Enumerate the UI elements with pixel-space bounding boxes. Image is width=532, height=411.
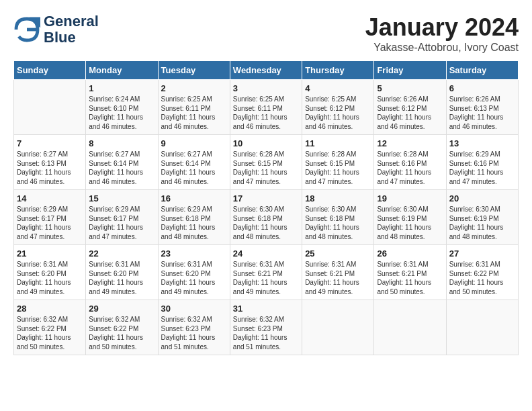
calendar-cell: 13Sunrise: 6:29 AMSunset: 6:16 PMDayligh… [446,135,518,190]
cell-info: Sunrise: 6:25 AMSunset: 6:11 PMDaylight:… [233,95,299,131]
calendar-cell [374,300,446,355]
day-number: 10 [233,138,299,148]
day-number: 9 [161,138,227,148]
cell-info: Sunrise: 6:31 AMSunset: 6:20 PMDaylight:… [161,260,227,296]
calendar-cell: 11Sunrise: 6:28 AMSunset: 6:15 PMDayligh… [302,135,374,190]
cell-info: Sunrise: 6:31 AMSunset: 6:20 PMDaylight:… [17,260,83,296]
cell-info: Sunrise: 6:26 AMSunset: 6:13 PMDaylight:… [449,95,515,131]
day-number: 15 [89,193,154,203]
page-header: General Blue January 2024 Yakasse-Attobr… [13,13,519,54]
day-number: 17 [233,193,299,203]
cell-info: Sunrise: 6:31 AMSunset: 6:21 PMDaylight:… [305,260,371,296]
week-row-1: 1Sunrise: 6:24 AMSunset: 6:10 PMDaylight… [14,80,519,135]
calendar-cell: 9Sunrise: 6:27 AMSunset: 6:14 PMDaylight… [158,135,230,190]
calendar-cell [446,300,518,355]
cell-info: Sunrise: 6:31 AMSunset: 6:21 PMDaylight:… [233,260,299,296]
day-number: 12 [377,138,443,148]
cell-info: Sunrise: 6:30 AMSunset: 6:19 PMDaylight:… [449,205,515,241]
day-number: 13 [449,138,515,148]
week-row-4: 21Sunrise: 6:31 AMSunset: 6:20 PMDayligh… [14,245,519,300]
calendar-cell: 6Sunrise: 6:26 AMSunset: 6:13 PMDaylight… [446,80,518,135]
calendar-cell [302,300,374,355]
cell-info: Sunrise: 6:25 AMSunset: 6:12 PMDaylight:… [305,95,371,131]
calendar-cell: 31Sunrise: 6:32 AMSunset: 6:23 PMDayligh… [230,300,302,355]
day-number: 11 [305,138,371,148]
week-row-3: 14Sunrise: 6:29 AMSunset: 6:17 PMDayligh… [14,190,519,245]
calendar-cell: 7Sunrise: 6:27 AMSunset: 6:13 PMDaylight… [14,135,86,190]
cell-info: Sunrise: 6:24 AMSunset: 6:10 PMDaylight:… [89,95,154,131]
cell-info: Sunrise: 6:27 AMSunset: 6:14 PMDaylight:… [161,150,227,186]
day-number: 4 [305,83,371,93]
calendar-cell: 29Sunrise: 6:32 AMSunset: 6:22 PMDayligh… [86,300,158,355]
day-number: 29 [89,304,154,314]
location-subtitle: Yakasse-Attobrou, Ivory Coast [365,42,519,54]
day-number: 1 [89,83,154,93]
calendar-cell: 20Sunrise: 6:30 AMSunset: 6:19 PMDayligh… [446,190,518,245]
cell-info: Sunrise: 6:25 AMSunset: 6:11 PMDaylight:… [161,95,227,131]
calendar-cell: 23Sunrise: 6:31 AMSunset: 6:20 PMDayligh… [158,245,230,300]
day-number: 22 [89,248,154,259]
calendar-cell: 22Sunrise: 6:31 AMSunset: 6:20 PMDayligh… [86,245,158,300]
cell-info: Sunrise: 6:29 AMSunset: 6:17 PMDaylight:… [17,205,83,241]
calendar-cell: 19Sunrise: 6:30 AMSunset: 6:19 PMDayligh… [374,190,446,245]
header-day-wednesday: Wednesday [230,61,302,80]
day-number: 20 [449,193,515,203]
calendar-cell: 27Sunrise: 6:31 AMSunset: 6:22 PMDayligh… [446,245,518,300]
cell-info: Sunrise: 6:31 AMSunset: 6:22 PMDaylight:… [449,260,515,296]
calendar-cell: 8Sunrise: 6:27 AMSunset: 6:14 PMDaylight… [86,135,158,190]
cell-info: Sunrise: 6:28 AMSunset: 6:15 PMDaylight:… [305,150,371,186]
header-day-sunday: Sunday [14,61,86,80]
day-number: 16 [161,193,227,203]
cell-info: Sunrise: 6:30 AMSunset: 6:18 PMDaylight:… [305,205,371,241]
day-number: 30 [161,304,227,314]
cell-info: Sunrise: 6:27 AMSunset: 6:13 PMDaylight:… [17,150,83,186]
day-number: 5 [377,83,443,93]
calendar-cell: 10Sunrise: 6:28 AMSunset: 6:15 PMDayligh… [230,135,302,190]
calendar-cell: 18Sunrise: 6:30 AMSunset: 6:18 PMDayligh… [302,190,374,245]
header-row: SundayMondayTuesdayWednesdayThursdayFrid… [14,61,519,80]
day-number: 21 [17,248,83,259]
day-number: 2 [161,83,227,93]
day-number: 28 [17,304,83,314]
calendar-cell: 2Sunrise: 6:25 AMSunset: 6:11 PMDaylight… [158,80,230,135]
cell-info: Sunrise: 6:31 AMSunset: 6:21 PMDaylight:… [377,260,443,296]
calendar-cell: 25Sunrise: 6:31 AMSunset: 6:21 PMDayligh… [302,245,374,300]
cell-info: Sunrise: 6:32 AMSunset: 6:22 PMDaylight:… [89,315,154,351]
day-number: 14 [17,193,83,203]
logo-text: General Blue [44,13,99,46]
week-row-5: 28Sunrise: 6:32 AMSunset: 6:22 PMDayligh… [14,300,519,355]
cell-info: Sunrise: 6:32 AMSunset: 6:23 PMDaylight:… [161,315,227,351]
calendar-cell: 28Sunrise: 6:32 AMSunset: 6:22 PMDayligh… [14,300,86,355]
calendar-cell: 16Sunrise: 6:29 AMSunset: 6:18 PMDayligh… [158,190,230,245]
cell-info: Sunrise: 6:32 AMSunset: 6:22 PMDaylight:… [17,315,83,351]
day-number: 24 [233,248,299,259]
calendar-cell: 5Sunrise: 6:26 AMSunset: 6:12 PMDaylight… [374,80,446,135]
calendar-cell: 1Sunrise: 6:24 AMSunset: 6:10 PMDaylight… [86,80,158,135]
calendar-cell: 21Sunrise: 6:31 AMSunset: 6:20 PMDayligh… [14,245,86,300]
calendar-cell: 15Sunrise: 6:29 AMSunset: 6:17 PMDayligh… [86,190,158,245]
calendar-cell: 4Sunrise: 6:25 AMSunset: 6:12 PMDaylight… [302,80,374,135]
day-number: 27 [449,248,515,259]
header-day-saturday: Saturday [446,61,518,80]
day-number: 7 [17,138,83,148]
cell-info: Sunrise: 6:28 AMSunset: 6:15 PMDaylight:… [233,150,299,186]
week-row-2: 7Sunrise: 6:27 AMSunset: 6:13 PMDaylight… [14,135,519,190]
day-number: 18 [305,193,371,203]
logo: General Blue [13,13,99,46]
title-block: January 2024 Yakasse-Attobrou, Ivory Coa… [365,13,519,54]
logo-icon [13,16,40,43]
day-number: 19 [377,193,443,203]
calendar-cell: 30Sunrise: 6:32 AMSunset: 6:23 PMDayligh… [158,300,230,355]
cell-info: Sunrise: 6:28 AMSunset: 6:16 PMDaylight:… [377,150,443,186]
header-day-thursday: Thursday [302,61,374,80]
header-day-friday: Friday [374,61,446,80]
cell-info: Sunrise: 6:29 AMSunset: 6:18 PMDaylight:… [161,205,227,241]
cell-info: Sunrise: 6:29 AMSunset: 6:17 PMDaylight:… [89,205,154,241]
cell-info: Sunrise: 6:29 AMSunset: 6:16 PMDaylight:… [449,150,515,186]
day-number: 26 [377,248,443,259]
cell-info: Sunrise: 6:31 AMSunset: 6:20 PMDaylight:… [89,260,154,296]
calendar-cell: 24Sunrise: 6:31 AMSunset: 6:21 PMDayligh… [230,245,302,300]
header-day-tuesday: Tuesday [158,61,230,80]
calendar-cell: 26Sunrise: 6:31 AMSunset: 6:21 PMDayligh… [374,245,446,300]
cell-info: Sunrise: 6:30 AMSunset: 6:19 PMDaylight:… [377,205,443,241]
